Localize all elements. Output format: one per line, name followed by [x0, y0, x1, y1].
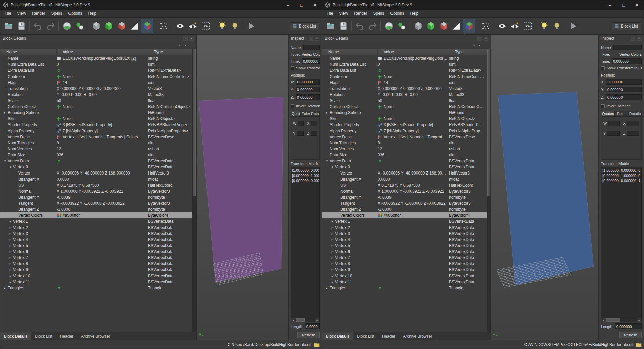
expand-icon[interactable]: ▸: [8, 220, 13, 223]
table-row-vertex-data[interactable]: ▾Vertex DataBSVertexData: [0, 158, 192, 164]
table-row-num-extra-data-list[interactable]: Num Extra Data List0uint: [322, 61, 487, 67]
tab-block-list[interactable]: Block List: [353, 332, 378, 340]
expand-icon[interactable]: ▸: [324, 111, 330, 114]
table-row-uv[interactable]: UVX 0.171875 Y 0.687500HalfTexCoord: [322, 182, 487, 188]
matrix-h-scrollbar[interactable]: ◂▸: [291, 318, 320, 322]
table-row-normal[interactable]: NormalX 1.000000 Y -0.003922 Z -0.003922…: [322, 188, 487, 194]
silhouette-icon[interactable]: [450, 19, 462, 33]
table-row-controller[interactable]: ControllerNoneRef<NiTimeController>: [322, 73, 487, 80]
table-row-vertex-11[interactable]: ▸Vertex 11BSVertexData: [322, 279, 487, 285]
play-animation-icon[interactable]: [567, 19, 579, 33]
expand-icon[interactable]: ▸: [8, 274, 13, 278]
table-row-bitangent-x[interactable]: Bitangent X0.0000hfloat: [322, 176, 487, 182]
table-row-alpha-property[interactable]: Alpha Property7 [NiAlphaProperty]Ref<NiA…: [0, 128, 192, 134]
expand-icon[interactable]: ▸: [8, 250, 13, 253]
rotation-tab-quaternion[interactable]: Quaternion: [291, 111, 301, 117]
table-row-num-triangles[interactable]: Num Triangles8uint: [0, 140, 192, 146]
quat-input-w[interactable]: [608, 121, 619, 126]
undock-panel-icon[interactable]: ▫: [183, 36, 188, 41]
invert-rotation-checkbox[interactable]: [601, 104, 605, 108]
table-row-num-vertices[interactable]: Num Vertices12ushort: [0, 146, 192, 152]
expand-icon[interactable]: ▸: [330, 256, 335, 259]
table-row-vertex-1[interactable]: ▸Vertex 1BSVertexData: [322, 218, 487, 225]
tab-archive-browser[interactable]: Archive Browser: [77, 332, 114, 340]
scroll-right-icon[interactable]: ▸: [637, 318, 641, 322]
viewport-canvas[interactable]: [491, 35, 598, 340]
table-row-scale[interactable]: Scale50float: [0, 98, 192, 104]
close-button[interactable]: ×: [308, 0, 322, 10]
quat-input-y[interactable]: [607, 131, 619, 136]
table-header[interactable]: Name Value Type: [0, 49, 192, 55]
sanitize-icon[interactable]: [61, 19, 73, 33]
table-row-vertex-3[interactable]: ▸Vertex 3BSVertexData: [322, 231, 487, 237]
chevron-down-icon[interactable]: ▾: [479, 44, 480, 47]
block-list-button[interactable]: Block List: [612, 22, 641, 30]
table-row-rotation[interactable]: RotationY -0.00 P 0.00 R -0.00Matrix33: [322, 92, 487, 98]
block-list-button[interactable]: Block List: [290, 22, 319, 30]
refresh-button[interactable]: Refresh: [297, 332, 320, 338]
table-row-vertex-9[interactable]: ▸Vertex 9BSVertexData: [0, 267, 192, 273]
menu-options[interactable]: Options: [387, 10, 407, 17]
table-row-vertex-colors[interactable]: Vertex Colors#006dffd4ByteColor4: [322, 212, 487, 218]
table-row-translation[interactable]: TranslationX 0.000000 Y 0.000000 Z 0.000…: [0, 86, 192, 92]
expand-icon[interactable]: ▸: [2, 286, 8, 290]
table-row-vertex-8[interactable]: ▸Vertex 8BSVertexData: [322, 261, 487, 267]
redo-icon[interactable]: [366, 19, 378, 33]
chevron-down-icon[interactable]: ▾: [179, 44, 181, 47]
undo-icon[interactable]: [354, 19, 366, 33]
save-file-icon[interactable]: [15, 19, 27, 33]
table-row-bitangent-z[interactable]: Bitangent Z-1.0000normbyte: [322, 206, 487, 212]
expand-icon[interactable]: ▸: [330, 268, 335, 271]
table-row-vertex-0[interactable]: ▾Vertex 0BSVertexData: [0, 164, 192, 170]
frontal-light-icon[interactable]: [551, 19, 563, 33]
table-row-scale[interactable]: Scale50float: [322, 98, 487, 104]
expand-icon[interactable]: ▸: [8, 238, 13, 241]
position-z-input[interactable]: [296, 94, 320, 100]
show-axes-icon[interactable]: [412, 19, 424, 33]
expand-icon[interactable]: ▸: [8, 226, 13, 229]
quat-input-z[interactable]: [627, 131, 639, 136]
maximize-button[interactable]: □: [295, 0, 308, 10]
expand-icon[interactable]: ▸: [330, 250, 335, 253]
expand-icon[interactable]: ▸: [8, 262, 13, 265]
table-row-flags[interactable]: Flags14uint: [0, 80, 192, 86]
table-row-vertex-11[interactable]: ▸Vertex 11BSVertexData: [0, 279, 192, 285]
close-panel-icon[interactable]: ×: [484, 36, 488, 41]
close-panel-icon[interactable]: ×: [315, 36, 319, 41]
table-row-vertex-4[interactable]: ▸Vertex 4BSVertexData: [0, 237, 192, 243]
expand-icon[interactable]: ▸: [330, 244, 335, 247]
table-row-vertex-0[interactable]: ▾Vertex 0BSVertexData: [322, 164, 487, 170]
menu-options[interactable]: Options: [65, 10, 85, 17]
scrollbar-thumb[interactable]: [606, 318, 620, 322]
length-input[interactable]: [305, 323, 320, 329]
show-vertices-icon[interactable]: [479, 19, 492, 33]
transform-matrix-box[interactable]: [1.000000, 0.000000, 0.000000][0.000000,…: [291, 167, 320, 318]
show-hidden-icon[interactable]: [438, 19, 450, 33]
scroll-right-icon[interactable]: ▸: [315, 318, 319, 322]
block-details-panel-title[interactable]: Block Details ▫ ×: [322, 35, 491, 42]
redo-icon[interactable]: [44, 19, 56, 33]
table-row-vertex[interactable]: VertexX -0.000006 Y -48.000000 Z 168.000…: [0, 170, 192, 176]
tab-block-details[interactable]: Block Details: [322, 332, 353, 340]
table-row-shader-property[interactable]: Shader Property3 [BSEffectShaderProperty…: [0, 122, 192, 128]
table-row-data-size[interactable]: Data Size336uint: [0, 152, 192, 158]
table-row-vertex-6[interactable]: ▸Vertex 6BSVertexData: [322, 249, 487, 255]
table-header[interactable]: Name Value Type: [322, 49, 487, 55]
rotation-tab-quaternion[interactable]: Quaternion: [601, 111, 614, 117]
undock-panel-icon[interactable]: ▫: [477, 36, 482, 41]
expand-icon[interactable]: ▸: [8, 244, 13, 247]
position-y-input[interactable]: [606, 87, 642, 92]
expand-icon[interactable]: ▸: [8, 268, 13, 271]
show-textures-icon[interactable]: [141, 19, 153, 33]
inspect-panel-title[interactable]: Inspect ▫ ×: [599, 35, 644, 42]
transform-matrix-box[interactable]: [1.000000, 0.000000, 0.000000][0.000000,…: [601, 167, 642, 318]
open-file-icon[interactable]: [324, 19, 336, 33]
inspect-time-input[interactable]: [302, 58, 320, 64]
quat-input-z[interactable]: [311, 131, 317, 136]
table-row-controller[interactable]: ControllerNoneRef<NiTimeController>: [0, 73, 192, 80]
table-row-vertex-5[interactable]: ▸Vertex 5BSVertexData: [0, 243, 192, 249]
selection-box-icon[interactable]: [521, 19, 534, 33]
table-row-collision-object[interactable]: Collision ObjectNoneRef<NiCollisionObjec…: [0, 104, 192, 110]
table-row-bitangent-x[interactable]: Bitangent X0.0000hfloat: [0, 176, 192, 182]
show-textures-icon[interactable]: [463, 19, 475, 33]
